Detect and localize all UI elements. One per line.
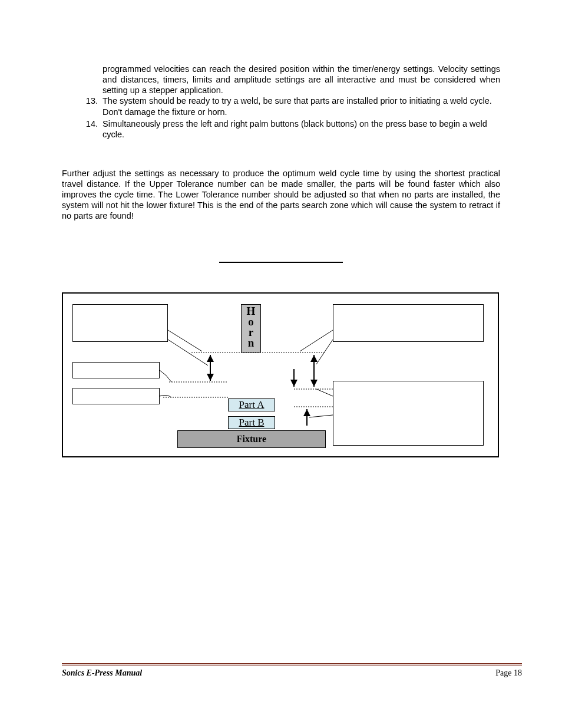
part-b-box: Part B [228,416,275,429]
list-item-continuation: programmed velocities can reach the desi… [103,64,500,95]
ordered-list: The system should be ready to try a weld… [62,95,500,140]
callout-box-mid-left-a [72,362,160,378]
svg-line-14 [309,415,333,417]
callout-box-right [333,381,484,446]
fixture-box: Fixture [177,430,326,448]
page: programmed velocities can reach the desi… [0,0,562,728]
section-divider-wrap [62,255,500,265]
page-footer: Sonics E-Press Manual Page 18 [62,663,522,678]
callout-box-mid-left-b [72,388,160,404]
callout-box-top-left [72,304,168,342]
callout-box-top-right [333,304,484,342]
svg-line-11 [300,330,333,351]
body-paragraph: Further adjust the settings as necessary… [62,168,500,222]
content-area: programmed velocities can reach the desi… [62,0,500,457]
footer-title: Sonics E-Press Manual [62,668,142,678]
footer-rule [62,663,522,666]
part-a-box: Part A [228,398,275,411]
diagram-frame: Horn Part A Part B Fixture [62,292,499,457]
section-divider [219,262,343,263]
svg-line-12 [316,340,333,364]
svg-line-9 [168,330,202,351]
svg-line-13 [316,389,333,396]
footer-page: Page 18 [495,668,522,678]
horn-box: Horn [241,304,261,353]
list-item-14: Simultaneously press the left and right … [100,118,500,140]
list-item-13: The system should be ready to try a weld… [100,95,500,117]
